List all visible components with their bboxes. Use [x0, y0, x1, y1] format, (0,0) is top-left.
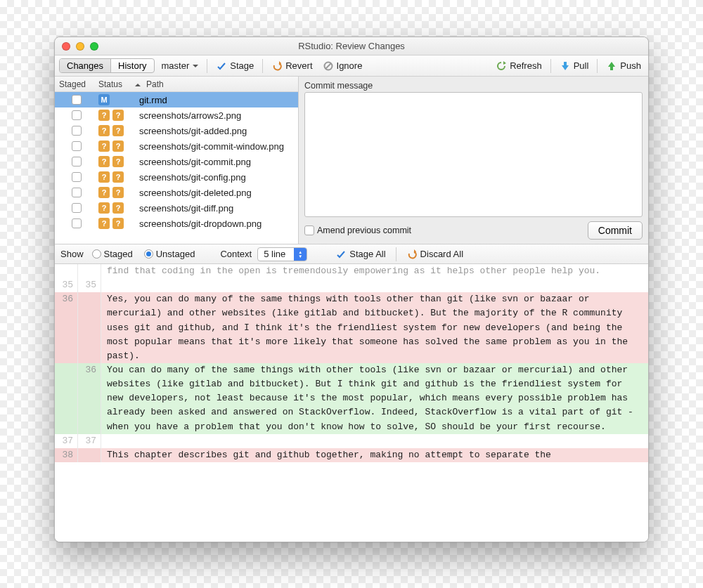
file-row[interactable]: ??screenshots/git-added.png: [55, 123, 298, 138]
toolbar: Changes History master Stage Revert Igno…: [55, 55, 648, 77]
stage-all-button[interactable]: Stage All: [333, 247, 388, 261]
files-header: Staged Status Path: [55, 77, 298, 92]
tab-history[interactable]: History: [110, 59, 153, 72]
status-cell: M: [98, 94, 135, 105]
check-icon: [335, 249, 347, 260]
diff-content: You can do many of the same things with …: [101, 363, 648, 434]
sort-ascending-icon: [135, 79, 143, 89]
svg-marker-3: [503, 61, 506, 65]
show-staged-radio[interactable]: Staged: [89, 247, 136, 261]
stage-checkbox[interactable]: [72, 126, 82, 136]
revert-icon: [271, 60, 283, 72]
separator: [262, 59, 263, 73]
discard-all-button[interactable]: Discard All: [404, 247, 466, 261]
modified-badge-icon: M: [98, 94, 110, 105]
show-label: Show: [60, 249, 84, 259]
diff-content: This chapter describes git and github to…: [101, 448, 648, 462]
new-line-number: 37: [78, 434, 101, 448]
stage-checkbox[interactable]: [72, 157, 82, 166]
files-list[interactable]: Mgit.rmd??screenshots/arrows2.png??scree…: [55, 92, 298, 244]
zoom-icon[interactable]: [90, 42, 98, 51]
tab-changes[interactable]: Changes: [60, 59, 110, 72]
stepper-icon: ▲▼: [294, 248, 307, 261]
untracked-badge-icon: ?: [98, 202, 110, 214]
status-cell: ??: [98, 110, 135, 121]
untracked-badge-icon: ?: [98, 141, 110, 152]
untracked-badge-icon: ?: [112, 202, 124, 214]
stage-button[interactable]: Stage: [213, 59, 257, 73]
commit-message-input[interactable]: [304, 92, 643, 217]
column-path[interactable]: Path: [131, 77, 298, 91]
svg-marker-5: [608, 62, 615, 70]
file-row[interactable]: Mgit.rmd: [55, 92, 298, 107]
stage-checkbox[interactable]: [72, 95, 82, 105]
file-path: screenshots/git-config.png: [139, 172, 294, 183]
refresh-button[interactable]: Refresh: [493, 59, 545, 73]
untracked-badge-icon: ?: [112, 110, 124, 121]
old-line-number: 37: [55, 434, 78, 448]
context-label: Context: [220, 249, 252, 259]
stage-checkbox[interactable]: [72, 203, 82, 213]
untracked-badge-icon: ?: [98, 187, 110, 198]
status-cell: ??: [98, 141, 135, 152]
separator: [550, 59, 551, 73]
push-button[interactable]: Push: [603, 59, 644, 73]
diff-line[interactable]: 3737: [55, 434, 648, 448]
old-line-number: 36: [55, 292, 78, 363]
diff-content: Yes, you can do many of the same things …: [101, 292, 648, 363]
file-path: screenshots/git-commit.png: [139, 157, 294, 167]
untracked-badge-icon: ?: [112, 156, 124, 167]
old-line-number: [55, 363, 78, 434]
window: RStudio: Review Changes Changes History …: [54, 37, 649, 542]
file-row[interactable]: ??screenshots/git-deleted.png: [55, 185, 298, 200]
minimize-icon[interactable]: [76, 42, 84, 51]
new-line-number: [78, 264, 101, 278]
checkbox-icon: [304, 226, 314, 235]
file-row[interactable]: ??screenshots/git-commit-window.png: [55, 138, 298, 154]
status-cell: ??: [98, 156, 135, 167]
diff-view[interactable]: find that coding in the open is tremendo…: [55, 264, 648, 542]
commit-button[interactable]: Commit: [588, 221, 643, 240]
pull-button[interactable]: Pull: [557, 59, 592, 73]
new-line-number: [78, 448, 101, 462]
arrow-up-icon: [606, 60, 617, 72]
column-status[interactable]: Status: [94, 77, 131, 91]
new-line-number: 36: [78, 363, 101, 434]
diff-line[interactable]: 3535: [55, 278, 648, 292]
branch-selector[interactable]: master: [159, 59, 202, 72]
radio-selected-icon: [144, 249, 153, 259]
file-row[interactable]: ??screenshots/git-dropdown.png: [55, 216, 298, 231]
stage-checkbox[interactable]: [72, 110, 82, 120]
revert-button[interactable]: Revert: [269, 59, 315, 73]
file-path: screenshots/git-commit-window.png: [139, 141, 294, 152]
file-row[interactable]: ??screenshots/arrows2.png: [55, 107, 298, 123]
file-row[interactable]: ??screenshots/git-diff.png: [55, 200, 298, 216]
stage-checkbox[interactable]: [72, 188, 82, 197]
old-line-number: 38: [55, 448, 78, 462]
diff-line[interactable]: 36You can do many of the same things wit…: [55, 363, 648, 434]
stage-checkbox[interactable]: [72, 172, 82, 182]
refresh-icon: [496, 60, 507, 72]
file-row[interactable]: ??screenshots/git-commit.png: [55, 154, 298, 169]
status-cell: ??: [98, 125, 135, 136]
column-staged[interactable]: Staged: [55, 77, 94, 91]
diff-line[interactable]: find that coding in the open is tremendo…: [55, 264, 648, 278]
close-icon[interactable]: [62, 42, 70, 51]
stage-checkbox[interactable]: [72, 218, 82, 228]
file-row[interactable]: ??screenshots/git-config.png: [55, 169, 298, 185]
check-icon: [216, 60, 227, 72]
context-select[interactable]: 5 line ▲▼: [257, 247, 307, 261]
diff-line[interactable]: 38This chapter describes git and github …: [55, 448, 648, 462]
new-line-number: 35: [78, 278, 101, 292]
ignore-button[interactable]: Ignore: [320, 59, 366, 73]
titlebar: RStudio: Review Changes: [55, 37, 648, 55]
status-cell: ??: [98, 187, 135, 198]
diff-line[interactable]: 36Yes, you can do many of the same thing…: [55, 292, 648, 363]
amend-checkbox[interactable]: Amend previous commit: [304, 226, 411, 235]
untracked-badge-icon: ?: [112, 187, 124, 198]
stage-checkbox[interactable]: [72, 141, 82, 151]
status-cell: ??: [98, 202, 135, 214]
chevron-down-icon: [191, 60, 198, 71]
show-unstaged-radio[interactable]: Unstaged: [141, 247, 198, 261]
old-line-number: 35: [55, 278, 78, 292]
